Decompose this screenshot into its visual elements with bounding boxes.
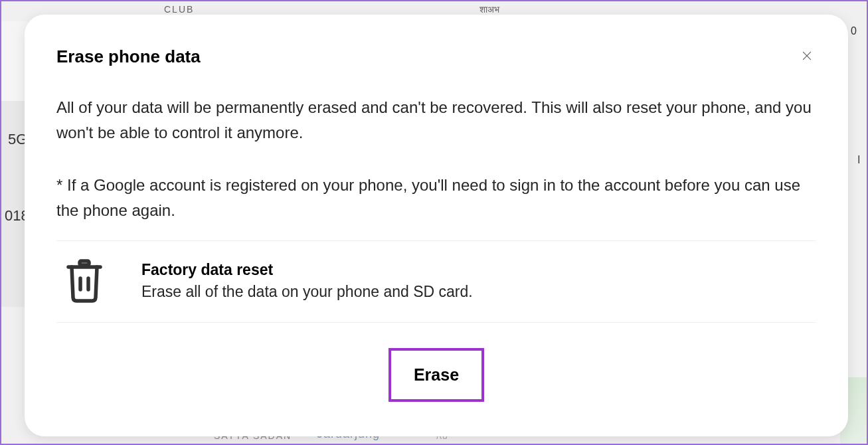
erase-button[interactable]: Erase <box>389 348 484 402</box>
svg-rect-2 <box>80 261 89 265</box>
trash-icon <box>66 258 103 304</box>
reset-description: Erase all of the data on your phone and … <box>141 283 473 301</box>
warning-text: All of your data will be permanently era… <box>56 95 816 146</box>
erase-phone-modal: Erase phone data All of your data will b… <box>25 15 848 436</box>
modal-body: All of your data will be permanently era… <box>56 95 816 224</box>
factory-reset-section: Factory data reset Erase all of the data… <box>56 241 816 322</box>
button-container: Erase <box>56 348 816 402</box>
bg-text: CLUB <box>164 4 194 15</box>
bg-text: शाअभ <box>479 4 499 15</box>
divider <box>56 322 816 323</box>
google-account-note: * If a Google account is registered on y… <box>56 173 816 224</box>
bg-sidebar-top <box>1 21 28 101</box>
modal-title: Erase phone data <box>56 46 201 67</box>
modal-header: Erase phone data <box>56 46 816 67</box>
bg-text: l <box>857 154 860 166</box>
reset-text-container: Factory data reset Erase all of the data… <box>141 261 473 301</box>
reset-title: Factory data reset <box>141 261 473 279</box>
close-icon <box>800 49 814 62</box>
close-button[interactable] <box>798 46 816 65</box>
